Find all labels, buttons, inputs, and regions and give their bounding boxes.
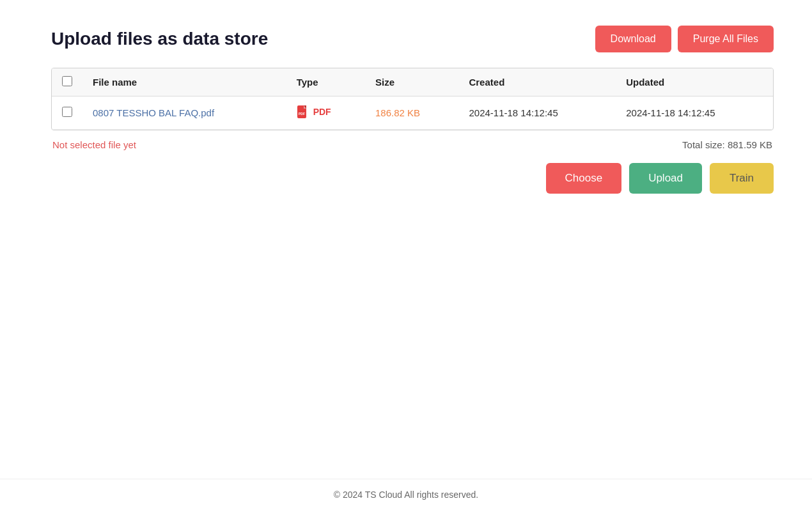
status-row: Not selected file yet Total size: 881.59… xyxy=(51,139,774,150)
file-created-cell: 2024-11-18 14:12:45 xyxy=(458,97,616,130)
pdf-icon: PDF xyxy=(297,104,309,120)
choose-button[interactable]: Choose xyxy=(546,163,622,194)
no-file-status: Not selected file yet xyxy=(52,139,136,150)
column-header-checkbox xyxy=(52,68,82,97)
file-table-container: File name Type Size Created Updated 0807… xyxy=(51,68,774,130)
footer-text: © 2024 TS Cloud All rights reserved. xyxy=(334,490,478,500)
column-header-filename: File name xyxy=(82,68,286,97)
row-checkbox-cell xyxy=(52,97,82,130)
column-header-size: Size xyxy=(365,68,458,97)
file-size-cell: 186.82 KB xyxy=(365,97,458,130)
download-button[interactable]: Download xyxy=(595,26,671,52)
table-row: 0807 TESSHO BAL FAQ.pdf PDF PDF186.82 KB… xyxy=(52,97,773,130)
column-header-created: Created xyxy=(458,68,616,97)
file-updated-cell: 2024-11-18 14:12:45 xyxy=(616,97,773,130)
table-header-row: File name Type Size Created Updated xyxy=(52,68,773,97)
row-checkbox[interactable] xyxy=(62,107,72,117)
column-header-type: Type xyxy=(286,68,365,97)
purge-all-button[interactable]: Purge All Files xyxy=(678,26,774,52)
svg-text:PDF: PDF xyxy=(299,112,305,116)
file-table: File name Type Size Created Updated 0807… xyxy=(52,68,773,130)
total-size-label: Total size: 881.59 KB xyxy=(682,139,772,150)
select-all-checkbox[interactable] xyxy=(62,76,72,86)
footer: © 2024 TS Cloud All rights reserved. xyxy=(0,479,812,510)
page-title: Upload files as data store xyxy=(51,29,268,49)
train-button[interactable]: Train xyxy=(710,163,774,194)
file-type-cell: PDF PDF xyxy=(286,97,365,130)
header-buttons: Download Purge All Files xyxy=(595,26,774,52)
file-name-cell: 0807 TESSHO BAL FAQ.pdf xyxy=(82,97,286,130)
column-header-updated: Updated xyxy=(616,68,773,97)
upload-button[interactable]: Upload xyxy=(629,163,702,194)
action-buttons: Choose Upload Train xyxy=(51,163,774,194)
